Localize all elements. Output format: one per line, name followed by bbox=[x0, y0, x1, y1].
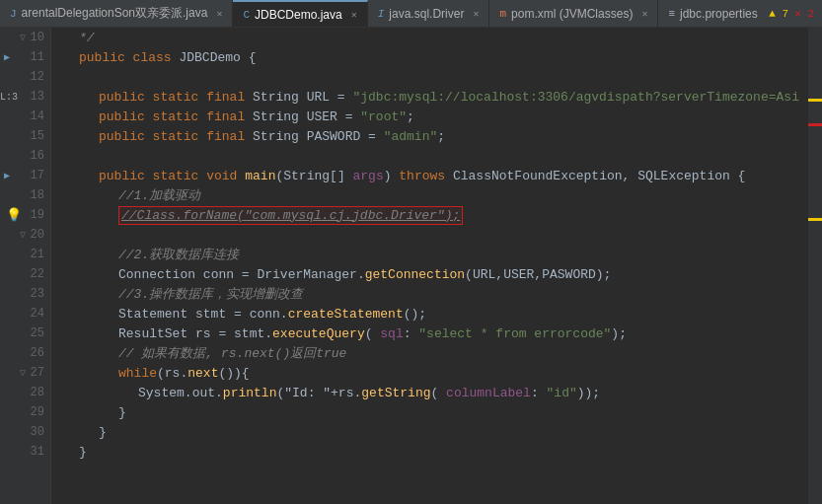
code-token: "id" bbox=[547, 386, 577, 400]
code-token: "admin" bbox=[384, 129, 438, 144]
line-number: 29 bbox=[31, 405, 44, 419]
close-icon[interactable]: ✕ bbox=[216, 8, 222, 20]
code-token: ( bbox=[431, 386, 447, 400]
code-line-27: while(rs.next()){ bbox=[51, 363, 808, 383]
fold-indicator[interactable]: ▽ bbox=[20, 367, 26, 379]
line-number: 12 bbox=[31, 70, 44, 84]
code-line-15: public static final String PASWORD = "ad… bbox=[51, 126, 808, 146]
tab-file-icon: ≡ bbox=[668, 8, 675, 20]
fold-indicator[interactable]: ▽ bbox=[20, 229, 26, 241]
code-token: String bbox=[283, 169, 330, 183]
gutter-line-15: 15 bbox=[0, 126, 50, 146]
code-token: executeQuery bbox=[272, 326, 365, 341]
code-token: static bbox=[153, 90, 207, 105]
code-token: createStatement bbox=[288, 307, 404, 322]
line-number: 25 bbox=[31, 326, 44, 340]
code-token: } bbox=[79, 445, 87, 460]
code-token: static bbox=[153, 169, 207, 183]
code-token: ) bbox=[384, 169, 400, 183]
bulb-icon[interactable]: 💡 bbox=[6, 207, 22, 223]
code-token: } bbox=[118, 405, 126, 420]
close-icon[interactable]: ✕ bbox=[641, 8, 647, 20]
code-token: //3.操作数据库，实现增删改查 bbox=[118, 285, 303, 303]
gutter-line-21: 21 bbox=[0, 245, 50, 264]
code-token: = bbox=[211, 326, 234, 341]
code-token: getString bbox=[361, 386, 430, 400]
tab-arentalDelegationSon[interactable]: J arentalDelegationSon双亲委派.java ✕ bbox=[0, 0, 233, 27]
editor-container: J arentalDelegationSon双亲委派.java ✕ C JDBC… bbox=[0, 0, 822, 504]
code-token: PASWORD bbox=[307, 129, 361, 144]
code-token: ( bbox=[365, 326, 381, 341]
gutter-line-28: 28 bbox=[0, 383, 50, 402]
gutter-line-18: 18 bbox=[0, 185, 50, 205]
code-token: ( bbox=[275, 169, 283, 183]
scroll-indicator bbox=[808, 28, 822, 504]
code-token: static bbox=[153, 129, 207, 144]
line-number: 13 bbox=[31, 90, 44, 104]
tab-bar: J arentalDelegationSon双亲委派.java ✕ C JDBC… bbox=[0, 0, 822, 28]
scroll-mark-warning2 bbox=[808, 218, 822, 221]
code-token: = bbox=[337, 109, 360, 124]
tab-jdbc[interactable]: ≡ jdbc.properties ✕ bbox=[658, 0, 761, 27]
tab-label: java.sql.Driver bbox=[389, 7, 464, 21]
code-token: main bbox=[245, 169, 275, 183]
close-icon[interactable]: ✕ bbox=[351, 9, 357, 21]
warning-count-badge: ▲ 7 bbox=[769, 8, 788, 20]
code-token: URL bbox=[473, 267, 495, 282]
code-line-29: } bbox=[51, 402, 808, 422]
code-line-14: public static final String USER = "root"… bbox=[51, 107, 808, 126]
code-token: Connection bbox=[118, 267, 203, 282]
code-token: sql bbox=[380, 326, 403, 341]
code-line-19: //Class.forName("com.mysql.cj.jdbc.Drive… bbox=[51, 205, 808, 225]
code-token: */ bbox=[79, 31, 95, 45]
line-number: 21 bbox=[31, 248, 44, 261]
gutter-line-27: ▽27 bbox=[0, 363, 50, 383]
code-token: rs bbox=[195, 326, 211, 341]
code-token: public bbox=[79, 50, 133, 65]
code-token: public bbox=[99, 169, 153, 183]
line-number: 18 bbox=[31, 188, 44, 202]
code-token: )); bbox=[577, 386, 600, 400]
tab-JDBCDemo[interactable]: C JDBCDemo.java ✕ bbox=[233, 0, 367, 27]
gutter-line-26: 26 bbox=[0, 343, 50, 363]
gutter-line-16: 16 bbox=[0, 146, 50, 166]
code-line-30: } bbox=[51, 422, 808, 442]
code-token: Statement bbox=[118, 307, 195, 322]
code-token: : bbox=[404, 326, 419, 341]
code-token: class bbox=[133, 50, 180, 65]
code-token: static bbox=[153, 109, 207, 124]
code-token: = bbox=[234, 267, 257, 282]
tab-Driver[interactable]: I java.sql.Driver ✕ bbox=[368, 0, 490, 27]
line-number: 27 bbox=[31, 366, 44, 380]
close-icon[interactable]: ✕ bbox=[473, 8, 479, 20]
code-token: ( bbox=[465, 267, 473, 282]
gutter-line-11: ▶11 bbox=[0, 47, 50, 67]
gutter-line-19: 💡19 bbox=[0, 205, 50, 225]
code-token: . bbox=[280, 307, 288, 322]
code-token: { bbox=[241, 50, 257, 65]
code-token: conn bbox=[250, 307, 280, 322]
tab-pom[interactable]: m pom.xml (JVMClasses) ✕ bbox=[489, 0, 658, 27]
code-token: conn bbox=[203, 267, 234, 282]
code-token: ); bbox=[611, 326, 627, 341]
tab-label: arentalDelegationSon双亲委派.java bbox=[22, 5, 208, 22]
code-token: "jdbc:mysql://localhost:3306/agvdispath?… bbox=[352, 90, 798, 105]
run-arrow[interactable]: ▶ bbox=[4, 170, 10, 181]
gutter-line-31: 31 bbox=[0, 442, 50, 462]
fold-indicator[interactable]: ▽ bbox=[20, 32, 26, 43]
code-token: (); bbox=[404, 307, 426, 322]
code-token: //Class.forName("com.mysql.cj.jdbc.Drive… bbox=[121, 208, 460, 223]
run-arrow[interactable]: ▶ bbox=[4, 51, 10, 63]
line-number: 17 bbox=[31, 169, 44, 182]
gutter-line-17: ▶17 bbox=[0, 166, 50, 185]
gutter-line-30: 30 bbox=[0, 422, 50, 442]
code-content[interactable]: */public class JDBCDemo {public static f… bbox=[51, 28, 808, 504]
code-line-16 bbox=[51, 146, 808, 166]
code-token: . bbox=[185, 386, 192, 400]
line-number: 16 bbox=[31, 149, 44, 163]
line-number: 11 bbox=[31, 50, 44, 64]
tab-label: JDBCDemo.java bbox=[255, 8, 342, 22]
line-number: 20 bbox=[31, 228, 44, 242]
code-token: final bbox=[206, 90, 253, 105]
gutter-line-20: ▽20 bbox=[0, 225, 50, 245]
